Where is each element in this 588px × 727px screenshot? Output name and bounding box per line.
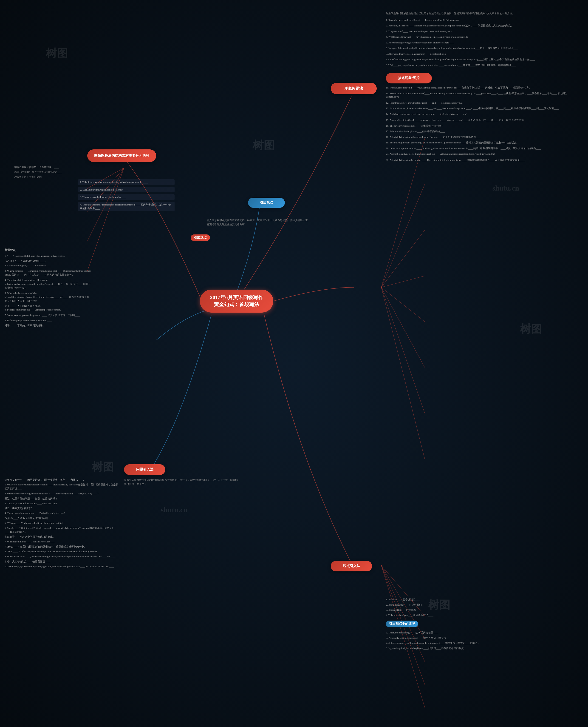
branch-xiangxiang-node: 现象阅题法 — [331, 83, 377, 94]
branch-question-lead-label: 问题引入法 — [136, 467, 153, 472]
branch-image-comp-label: 图像阐释法的结构素材主要分为两种 — [94, 154, 149, 158]
branch-describe-node: 描述现象/图片 — [386, 73, 432, 83]
right-item-6: 6. Nowpeopleincreasing/significant numbe… — [386, 46, 570, 50]
right-items-list3: 15. AscanbeSeenintheGraph,____sawgreats … — [386, 118, 570, 156]
lead-viewpoint-sub-node: 引出观点 — [191, 235, 210, 241]
central-title-line2: 黄金句式：首段写法 — [210, 301, 263, 308]
lv-item-8: 8. Differentpeopleholddifferentviewsabou… — [5, 319, 92, 322]
xiangxiang-desc: 现象阅题法指能够把握题目自己以简单描述给出自己的逻辑，这是观察解析每场问题解决作… — [386, 12, 570, 163]
why-text: "为什么____" 许多人经常问这样的问题 — [5, 517, 120, 520]
ql-item-6: 6. Should____? Opinion sof/Attitudes tow… — [5, 526, 120, 534]
branch-viewpoint-lead-node: 观点引入法 — [331, 561, 372, 571]
right-item3-5: 19. Thedrawing,thought-provokingasitis,d… — [386, 141, 570, 145]
branch-viewpoint-lead-label: 观点引入法 — [343, 564, 360, 568]
lv-item-5: 5. Whenaskedwhetherthisadvisa bleto/diff… — [5, 291, 92, 303]
question-lead-items: 这年来，有一个____的历史趋势，根据一项调查，每年____为什么____? 1… — [5, 478, 120, 569]
common-viewpoint-label: 普通观点 — [5, 248, 92, 252]
right-item3-4: 18. Asisvividlyindicatedintheabovedrawin… — [386, 135, 570, 139]
why2-text: "为什么____" 在我们听到的所有问题/抱怨中，这是最经常被听到的一个。 — [5, 545, 120, 548]
right-item-1: 1. Recently,thereisintheproblemof____ha … — [386, 18, 570, 22]
question-text: 最近，就是有那些问题____但是，这是真的吗？ — [5, 497, 120, 500]
lead-in-desc: 引人注意观察点是在图片文章间的一种方法，该方法为引出论述做好铺垫，并逐步引出人主… — [207, 218, 310, 226]
central-title-line1: 2017年6月英语四级写作 — [210, 294, 263, 301]
vi-item-8: 8. Iagree thatpriorityshouldbegivento___… — [386, 646, 547, 650]
right-item3-7: 21. Asisymbolicallydepiectedinthedrawing… — [386, 152, 570, 156]
right-item-5: 5. Nowthereisagrowingawareness/recogniti… — [386, 41, 570, 45]
ql-item-8: 8. "Why____"? Ofall thequestions/complai… — [5, 549, 120, 553]
lv-item-4: 4. Thereisapublic/generaldebate/discussi… — [5, 278, 92, 290]
image-comp-items: 1. Thispicturedemonstratesoneofthebasict… — [78, 179, 174, 213]
right-items-list: 1. Recently,thereisintheproblemof____ha … — [386, 18, 570, 67]
question-lead-desc: 问题引入法是观点引证和把握解析型作文常用的一种方法，本观点解析词开头，更引入人注… — [124, 478, 239, 486]
ql-item-4: 4. Thedaysweoftenhear about____Butis thi… — [5, 511, 120, 515]
lv-item-1: 1. "____" isaprovertfuloflogic,whichhais… — [5, 254, 92, 258]
right-item2-2: 11. Aschebarchart shows,thenumberof____h… — [386, 92, 570, 99]
lv-item-3: 3. Whenitcomesto____,somethink/hold/beli… — [5, 269, 92, 277]
branch-xiangxiang-label: 现象阅题法 — [344, 86, 363, 91]
right-item3-6: 20. Inthecartoonpresentedtous,____Obviou… — [386, 146, 570, 150]
ql-item-3: 3. Thesedaysweareoftentoldthat____Butis … — [5, 502, 120, 505]
image-comp-item-1: 1. Thispicturedemonstratesoneofthebasict… — [78, 179, 174, 185]
left-viewpoints: 普通观点 1. "____" isaprovertfuloflogic,whic… — [5, 248, 92, 329]
lv-item-6: 6. People'sopinionsabout____varyfromper … — [5, 308, 92, 312]
image-comp-item-4: 4. Thepainterremindsusofacommonsocialphe… — [78, 202, 174, 211]
main-container: 树图 树图 树图 树图 树图 shutu.cn shutu.cn — [0, 0, 588, 727]
branch-image-comp-node: 图像阐释法的结构素材主要分为两种 — [87, 149, 156, 162]
image-comp-item-2: 2. Suchapicturedrawsattentiontothefactth… — [78, 187, 174, 193]
right-item-7: 7. Afteragoodmanyersofenthusiasmfor,____… — [386, 52, 570, 56]
right-item2-4: 13. Fromthebarchart,ItisclearthatBetween… — [386, 106, 570, 110]
ql-item-9: 9. When askedabout____,theoverwhelmingma… — [5, 554, 120, 559]
right-item-8: 8. Oneoftheburning/pressingquestions/pro… — [386, 58, 570, 61]
central-node: 2017年6月英语四级写作 黄金句式：首段写法 — [200, 289, 273, 312]
right-item-3: 3. Theproblemof____hascausedwidesprea dc… — [386, 29, 570, 33]
branch-question-lead-node: 问题引入法 — [124, 464, 165, 475]
right-item2-1: 10. Wheneveryousee/find____,youcan'thelp… — [386, 86, 570, 89]
right-item-2: 2. Recently,thisissue of____hasbeenbroug… — [386, 24, 570, 27]
xiangxiang-desc-text: 现象阅题法指能够把握题目自己以简单描述给出自己的逻辑，这是观察解析每场问题解决作… — [386, 12, 570, 15]
vi-item-3: 3. ItmeanstHat____它意味着____ — [386, 608, 547, 612]
right-item-4: 4. Withtherapidgrowthof____have/hasbecom… — [386, 35, 570, 39]
image-comp-item-3: 3. Thepurposeofthedrawingistoshowstha___… — [78, 194, 174, 200]
about-label: 关于____，人们的观点因人而异。 — [5, 304, 92, 308]
vi-item-5: 5. Thestuthofthissayings____这句话的真相是____ — [386, 631, 547, 634]
right-item2-3: 12. Fromthegraph,weknowthestatisticsof__… — [386, 101, 570, 105]
ql-item-2: 2. Inrecentyears,thereisageneralaltenden… — [5, 492, 120, 496]
really-case-text: 最近，事实真是如此吗？ — [5, 507, 120, 510]
agree-text: 你怎么看____对对这个问题的普遍总是赞成。 — [5, 535, 120, 539]
branch-lead-in-node: 引出观点 — [248, 198, 285, 208]
different-label: 对于____，不同的人有不同的想法。 — [5, 324, 92, 327]
vi-item-6: 6. Personally,I/standonthesideof____我个人赞… — [386, 636, 547, 640]
right-item4-1: 22. Asisvividlyillustatedthecartoon,____… — [386, 158, 570, 162]
ql-item-1: 1. Weareofte n/shown/told/therequestion … — [5, 483, 120, 490]
ql-item-10: 10. Nowadays,it(is commonly/widely/gener… — [5, 565, 120, 568]
lv-item-2: 2. Astheoldsayingoes,"____" ittellsustha… — [5, 264, 92, 267]
vi-item-2: 2. Itremindsusthat____它提醒我们____ — [386, 603, 547, 607]
right-items-list2: 10. Wheneveryousee/find____,youcan'thelp… — [386, 86, 570, 116]
branch-describe-label: 描述现象/图片 — [398, 76, 420, 80]
right-item-9: 9. With____playinganincreasingnewimporta… — [386, 63, 570, 67]
ancient-label: 古语道："____" 该谚语告诉我们____。 — [5, 259, 92, 263]
viewpoint-lead-items: 1. Itis/thatit____它告诉我们____ 2. Itreminds… — [386, 598, 547, 651]
vi-item-7: 7. Asfarasamconcerned,Iaminafavoroftheop… — [386, 641, 547, 645]
vi-item-1: 1. Itis/thatit____它告诉我们____ — [386, 598, 547, 602]
nowadays-text: 如今，人们普遍认为____但是我怀疑____ — [5, 560, 120, 563]
branch-lead-in-label: 引出观点 — [260, 201, 273, 205]
right-items-list4: 22. Asisvividlyillustatedthecartoon,____… — [386, 158, 570, 162]
image-comp-desc: 这幅图展现了哲学的一个基本理论：____ 这样一种画图引引了注意到这样的现实__… — [14, 165, 78, 180]
image-comp-desc-1: 这幅图展现了哲学的一个基本理论：____ — [14, 165, 78, 169]
right-item3-3: 17. Asisde scribedinthe picture____如图中所描… — [386, 129, 570, 133]
right-item2-5: 14. Asthebarchartshows,greatchangesconce… — [386, 112, 570, 116]
right-item3-2: 16. Thecartoonvividlydepicts____这场景栩栩如生地… — [386, 124, 570, 128]
ql-item-7: 7. Whatdoyouthinkof____?Youanswerreflect… — [5, 540, 120, 544]
research-text: 这年来，有一个____的历史趋势，根据一项调查，每年____为什么____? — [5, 478, 120, 482]
image-comp-desc-2: 这样一种画图引引了注意到这样的现实____ — [14, 170, 78, 174]
image-comp-desc-3: 这幅画是为了有到们提示____ — [14, 175, 78, 179]
draw-out-principle-node: 引出观点中的道理 — [386, 621, 418, 627]
lv-item-7: 7. Somepeopleopposesuchaquestion:____ 许多… — [5, 313, 92, 317]
vi-item-4: 4. Thisproverbreflects____该谚语反映了____ — [386, 613, 547, 617]
right-item3-1: 15. AscanbeSeenintheGraph,____sawgreats … — [386, 118, 570, 122]
ql-item-5: 5. "Whydo____?" Manypeopleoftena skquest… — [5, 521, 120, 525]
